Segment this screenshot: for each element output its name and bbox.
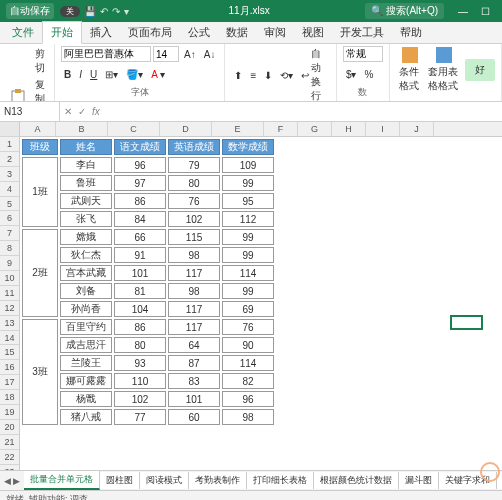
row-header[interactable]: 12 [0, 301, 19, 316]
row-header[interactable]: 3 [0, 167, 19, 182]
search-box[interactable]: 🔍 搜索(Alt+Q) [365, 3, 444, 19]
col-header[interactable]: G [298, 122, 332, 136]
percent-icon[interactable]: % [362, 68, 377, 81]
tab-home[interactable]: 开始 [42, 21, 82, 44]
font-name-input[interactable] [61, 46, 151, 62]
bold-button[interactable]: B [61, 68, 74, 81]
cut-button[interactable]: 剪切 [32, 46, 48, 76]
nav-prev-icon[interactable]: ▶ [13, 476, 20, 486]
formula-bar: N13 ✕ ✓ fx [0, 102, 502, 122]
col-header[interactable]: C [108, 122, 160, 136]
row-header[interactable]: 1 [0, 137, 19, 152]
sheet-tab[interactable]: 考勤表制作 [189, 472, 247, 489]
row-header[interactable]: 17 [0, 375, 19, 390]
row-header[interactable]: 16 [0, 360, 19, 375]
clipboard-icon [9, 88, 27, 102]
tab-file[interactable]: 文件 [4, 22, 42, 43]
name-box[interactable]: N13 [0, 102, 60, 121]
wrap-text-button[interactable]: ↩自动换行 [298, 46, 330, 102]
align-bottom-icon[interactable]: ⬇ [261, 69, 275, 82]
undo-icon[interactable]: ↶ [100, 6, 108, 17]
dropdown-icon[interactable]: ▾ [124, 6, 129, 17]
row-header[interactable]: 21 [0, 435, 19, 450]
tab-insert[interactable]: 插入 [82, 22, 120, 43]
fx-icon[interactable]: fx [92, 106, 100, 117]
italic-button[interactable]: I [76, 68, 85, 81]
row-header[interactable]: 6 [0, 211, 19, 226]
sheet-tab[interactable]: 阅读模式 [140, 472, 189, 489]
col-header[interactable]: E [212, 122, 264, 136]
row-header[interactable]: 14 [0, 331, 19, 346]
row-header[interactable]: 10 [0, 271, 19, 286]
col-header[interactable]: B [56, 122, 108, 136]
status-bar: 就绪 辅助功能: 调查 [0, 490, 502, 500]
tab-layout[interactable]: 页面布局 [120, 22, 180, 43]
copy-button[interactable]: 复制 [32, 77, 48, 102]
maximize-button[interactable]: ☐ [474, 6, 496, 17]
sheet-tab[interactable]: 漏斗图 [399, 472, 439, 489]
font-size-input[interactable] [153, 46, 179, 62]
fill-color-button[interactable]: 🪣▾ [123, 68, 146, 81]
increase-font-icon[interactable]: A↑ [181, 48, 199, 61]
col-header[interactable]: A [20, 122, 56, 136]
svg-rect-3 [436, 47, 452, 63]
tab-dev[interactable]: 开发工具 [332, 22, 392, 43]
row-header[interactable]: 11 [0, 286, 19, 301]
redo-icon[interactable]: ↷ [112, 6, 120, 17]
border-button[interactable]: ⊞▾ [102, 68, 121, 81]
row-header[interactable]: 13 [0, 316, 19, 331]
number-label: 数 [343, 86, 383, 99]
group-number: $▾ % 数 [337, 44, 390, 101]
tab-review[interactable]: 审阅 [256, 22, 294, 43]
row-header[interactable]: 22 [0, 450, 19, 465]
underline-button[interactable]: U [87, 68, 100, 81]
row-header[interactable]: 18 [0, 390, 19, 405]
font-color-button[interactable]: A▾ [148, 68, 168, 81]
row-header[interactable]: 19 [0, 405, 19, 420]
table-icon [436, 47, 452, 63]
minimize-button[interactable]: — [452, 6, 474, 17]
row-header[interactable]: 9 [0, 256, 19, 271]
number-format-select[interactable] [343, 46, 383, 62]
conditional-format-button[interactable]: 条件格式 [396, 46, 423, 94]
tab-view[interactable]: 视图 [294, 22, 332, 43]
row-header[interactable]: 2 [0, 152, 19, 167]
row-header[interactable]: 4 [0, 182, 19, 197]
orientation-icon[interactable]: ⟲▾ [277, 69, 296, 82]
cell-style-good[interactable]: 好 [465, 59, 495, 81]
row-header[interactable]: 15 [0, 345, 19, 360]
paste-button[interactable] [6, 87, 30, 102]
sheet-tab[interactable]: 根据颜色统计数据 [314, 472, 399, 489]
sheet-tab[interactable]: 打印细长表格 [247, 472, 314, 489]
autosave-toggle[interactable]: 关 [60, 6, 80, 17]
sheet-tab[interactable]: 圆柱图 [100, 472, 140, 489]
cond-format-icon [402, 47, 418, 63]
row-header[interactable]: 20 [0, 420, 19, 435]
save-icon[interactable]: 💾 [84, 6, 96, 17]
enter-icon[interactable]: ✓ [78, 106, 86, 117]
cancel-icon[interactable]: ✕ [64, 106, 72, 117]
group-clipboard: 剪切 复制 格式刷 剪贴板 [0, 44, 55, 101]
col-header[interactable]: D [160, 122, 212, 136]
col-header[interactable]: I [366, 122, 400, 136]
tab-formulas[interactable]: 公式 [180, 22, 218, 43]
col-header[interactable]: F [264, 122, 298, 136]
tab-data[interactable]: 数据 [218, 22, 256, 43]
col-header[interactable]: H [332, 122, 366, 136]
group-align: ⬆ ≡ ⬇ ⟲▾ ↩自动换行 ≡ ≡ ≡ ⇤⇥ ⊟合并后居中▾ 对齐方式 [225, 44, 337, 101]
align-middle-icon[interactable]: ≡ [247, 69, 259, 82]
tab-help[interactable]: 帮助 [392, 22, 430, 43]
select-all[interactable] [0, 122, 19, 137]
sheet-tab[interactable]: 批量合并单元格 [24, 471, 100, 490]
data-table: 班级姓名语文成绩英语成绩数学成绩1班李白9679109鲁班978099武则天86… [20, 137, 276, 427]
row-header[interactable]: 7 [0, 226, 19, 241]
table-format-button[interactable]: 套用表格格式 [425, 46, 463, 94]
col-header[interactable]: J [400, 122, 434, 136]
row-header[interactable]: 5 [0, 197, 19, 212]
row-header[interactable]: 8 [0, 241, 19, 256]
currency-icon[interactable]: $▾ [343, 68, 360, 81]
decrease-font-icon[interactable]: A↓ [201, 48, 219, 61]
nav-first-icon[interactable]: ◀ [4, 476, 11, 486]
align-top-icon[interactable]: ⬆ [231, 69, 245, 82]
row-header[interactable]: 23 [0, 465, 19, 470]
